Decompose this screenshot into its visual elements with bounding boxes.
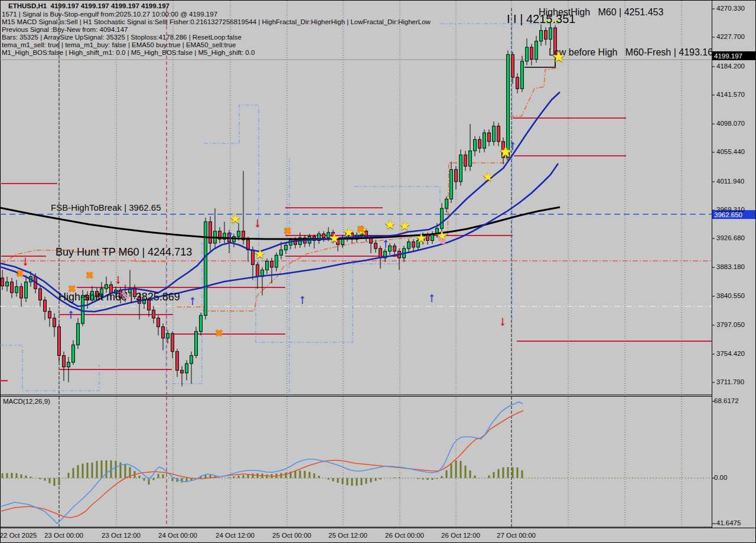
candle-body [152, 310, 155, 318]
sell-cross-icon: ✖ [284, 227, 291, 236]
candle-body [53, 318, 56, 327]
header-previous-signal: Previous Signal :Buy-New from: 4094.147 [2, 26, 128, 34]
macd-histogram-bar [427, 478, 429, 480]
diagonal-arrow-icon: ⇘ [437, 235, 446, 246]
candle-body [511, 54, 514, 77]
macd-histogram-bar [238, 476, 240, 478]
down-arrow-icon: ↓ [115, 273, 122, 286]
macd-histogram-bar [328, 478, 330, 480]
time-axis-label: 23 Oct 12:00 [102, 532, 141, 539]
candle-body [483, 133, 486, 148]
candle-body [39, 289, 42, 300]
candle-body [549, 28, 552, 39]
price-axis-label: 4184.200 [716, 63, 745, 70]
macd-histogram-bar [6, 473, 8, 478]
candle-body [464, 155, 467, 166]
candle-body [58, 327, 61, 356]
candle-body [412, 242, 415, 247]
macd-histogram-bar [158, 474, 159, 478]
candle-body [526, 47, 529, 61]
candle-body [285, 245, 288, 250]
fractal-channel-line [0, 345, 99, 391]
candle-body [176, 352, 179, 371]
candle-body [280, 250, 283, 255]
candle-body [271, 261, 273, 267]
candle-body [15, 287, 18, 293]
macd-histogram-bar [96, 461, 98, 478]
time-axis-label: 24 Oct 00:00 [158, 532, 197, 539]
macd-histogram-bar [474, 476, 476, 478]
macd-histogram-bar [356, 478, 358, 486]
buy-signal-star-icon: ★ [328, 232, 340, 245]
candle-body [256, 264, 259, 276]
macd-histogram-bar [106, 460, 107, 478]
candle-body [540, 31, 543, 41]
down-arrow-icon: ↓ [500, 315, 506, 328]
macd-histogram-bar [507, 467, 509, 478]
macd-histogram-bar [77, 465, 79, 478]
macd-panel-title: MACD(12,26,9) [3, 398, 50, 405]
macd-histogram-bar [342, 478, 344, 484]
candle-body [445, 199, 448, 208]
candle-body [493, 126, 496, 142]
candle-body [474, 139, 477, 151]
fractal-channel-line [354, 187, 450, 202]
fractal-channel-line [256, 264, 399, 342]
price-axis-label: 3711.790 [716, 378, 744, 385]
candle-body [6, 282, 9, 286]
chart-canvas[interactable] [0, 0, 756, 543]
header-symbol-ohlc: ETHUSD,H1 4199.197 4199.197 4199.197 419… [8, 2, 170, 10]
candle-body [516, 77, 519, 89]
candle-body [181, 370, 184, 373]
window-border [1, 1, 756, 543]
macd-histogram-bar [488, 475, 490, 478]
macd-histogram-bar [87, 463, 89, 478]
sell-cross-icon: ✖ [215, 329, 223, 338]
time-axis-label: 25 Oct 12:00 [328, 532, 367, 539]
candle-body [105, 284, 108, 289]
macd-histogram-bar [436, 478, 438, 479]
candle-body [322, 234, 325, 238]
candle-body [48, 312, 51, 318]
macd-histogram-bar [30, 477, 32, 478]
sell-cross-icon: ✖ [357, 225, 364, 234]
macd-histogram-bar [299, 470, 301, 478]
down-arrow-icon: ↓ [255, 216, 261, 229]
candle-body [20, 287, 23, 298]
annotation-buy-hunt-tp: Buy Hunt TP M60 | 4244.713 [56, 246, 192, 259]
candle-body [374, 243, 377, 248]
up-arrow-icon: ↑ [190, 294, 196, 307]
header-signal-line: 1571 | Signal is Buy-Stop-engulf from:20… [2, 11, 217, 18]
buy-signal-star-icon: ★ [254, 248, 266, 261]
time-axis-label: 26 Oct 12:00 [441, 532, 480, 539]
annotation-high-shift-m60: High-shift m60 | 3825.869 [58, 291, 180, 303]
macd-histogram-bar [418, 478, 419, 479]
macd-histogram-bar [92, 463, 93, 478]
candle-body [237, 231, 240, 237]
candle-body [67, 362, 70, 367]
up-arrow-icon: ↑ [510, 139, 516, 152]
macd-histogram-bar [172, 478, 174, 481]
macd-histogram-bar [266, 475, 268, 478]
macd-histogram-bar [139, 476, 141, 478]
price-axis-label: 3797.050 [716, 321, 745, 328]
candle-body [535, 41, 538, 60]
candle-body [185, 364, 188, 373]
low-before-high-bracket [524, 59, 555, 67]
candle-body [478, 139, 481, 148]
diagonal-arrow-icon: ⇘ [120, 290, 129, 300]
candle-body [521, 61, 524, 89]
candle-body [171, 333, 174, 352]
candle-body [63, 355, 66, 367]
ema-slow-line [0, 163, 558, 312]
header-bars-line: Bars: 35325 | ArraySize UpSignal: 35325 … [2, 34, 242, 41]
candle-body [190, 355, 193, 364]
chart-window: ETHUSD,H1 4199.197 4199.197 4199.197 419… [0, 0, 756, 543]
up-arrow-icon: ↑ [299, 293, 306, 306]
annotation-low-before-high: Low before High M60-Fresh | 4193.16 [549, 47, 712, 58]
buy-signal-star-icon: ★ [229, 212, 241, 225]
macd-histogram-bar [68, 473, 70, 478]
macd-histogram-bar [58, 478, 60, 485]
macd-histogram-bar [337, 478, 339, 483]
time-axis-label: 23 Oct 00:00 [44, 532, 83, 539]
